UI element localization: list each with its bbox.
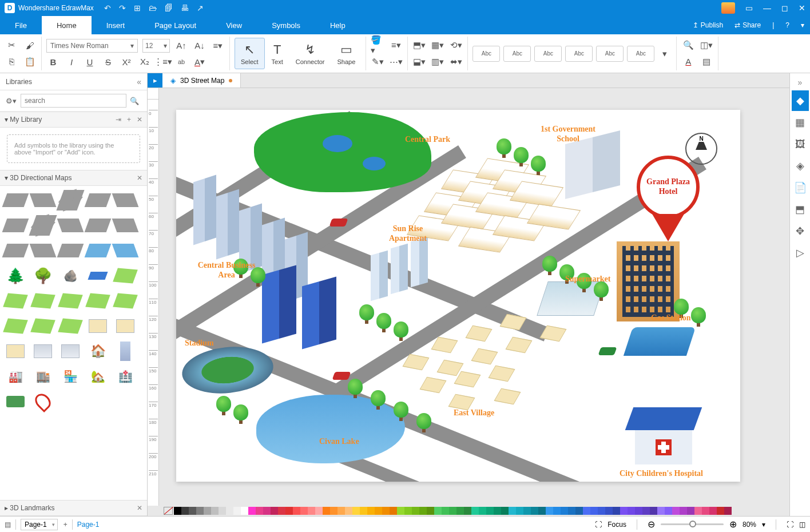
shape-road-6[interactable] [31, 215, 55, 236]
tree[interactable] [691, 307, 706, 327]
font-color-icon[interactable]: A▾ [193, 55, 207, 68]
tree[interactable] [514, 147, 529, 166]
color-swatch[interactable] [248, 507, 256, 515]
shape-road-5[interactable] [3, 215, 27, 236]
redo-icon[interactable]: ↷ [119, 3, 126, 13]
color-swatch[interactable] [434, 507, 442, 515]
page-selector[interactable]: Page-1 [21, 519, 58, 530]
office-building[interactable] [262, 265, 296, 343]
shape-road-10[interactable] [3, 240, 27, 261]
color-swatch[interactable] [568, 507, 575, 515]
village-box[interactable] [431, 337, 458, 354]
hospital-shape[interactable] [629, 407, 698, 459]
layers-icon[interactable]: ▤ [700, 55, 713, 68]
color-swatch[interactable] [219, 507, 226, 515]
color-swatch[interactable] [427, 507, 434, 515]
window-minimize-icon[interactable]: — [763, 3, 771, 13]
crop-icon[interactable]: ◫▾ [700, 39, 713, 51]
label-hospital[interactable]: City Children's Hospital [620, 469, 703, 479]
help-icon[interactable]: ? [780, 16, 795, 34]
color-swatch[interactable] [442, 507, 449, 515]
dock-layers-icon[interactable]: ◈ [792, 156, 809, 176]
add-page-icon[interactable]: + [63, 521, 68, 529]
menu-tab-help[interactable]: Help [315, 16, 360, 34]
cut-icon[interactable]: ✂ [5, 39, 18, 51]
color-swatch[interactable] [523, 507, 531, 515]
theme-swatch-2[interactable]: Abc [503, 46, 531, 62]
fill-icon[interactable]: 🪣▾ [371, 39, 384, 51]
label-central-park[interactable]: Central Park [405, 135, 450, 145]
color-swatch[interactable] [360, 507, 367, 515]
undo-icon[interactable]: ↶ [104, 3, 111, 13]
shape-ground-2[interactable] [3, 290, 27, 312]
font-increase-icon[interactable]: A↑ [174, 39, 188, 52]
theme-swatch-6[interactable]: Abc [627, 46, 654, 62]
shape-pin[interactable] [31, 391, 55, 412]
focus-mode-icon[interactable]: ⛶ [595, 521, 602, 529]
color-swatch[interactable] [397, 507, 404, 515]
color-swatch[interactable] [717, 507, 724, 515]
line-style-icon[interactable]: ⋯▾ [389, 55, 403, 68]
color-swatch[interactable] [642, 507, 650, 515]
color-swatch[interactable] [285, 507, 293, 515]
shape-road-cross[interactable] [58, 189, 82, 211]
color-swatch[interactable] [211, 507, 219, 515]
shape-road-4[interactable] [113, 189, 137, 211]
car[interactable] [598, 347, 617, 355]
close-library-icon[interactable]: ✕ [137, 116, 142, 124]
theme-swatch-1[interactable]: Abc [472, 46, 500, 62]
color-swatch[interactable] [613, 507, 620, 515]
shape-store[interactable]: 🏬 [31, 366, 55, 387]
publish-button[interactable]: ↥ Publish [687, 16, 729, 34]
connector-tool[interactable]: ↯Connector [290, 38, 331, 69]
label-sunrise-apt[interactable]: Sun Rise Apartment [376, 224, 439, 244]
label-supermarket[interactable]: Supermarket [565, 275, 610, 284]
underline-icon[interactable]: U [83, 55, 97, 68]
collapse-panel-icon[interactable]: « [137, 77, 141, 86]
shape-road-12[interactable] [58, 240, 82, 261]
menu-tab-view[interactable]: View [211, 16, 257, 34]
village-box[interactable] [420, 377, 447, 394]
menu-tab-page-layout[interactable]: Page Layout [140, 16, 211, 34]
tree[interactable] [394, 402, 408, 421]
close-section-icon[interactable]: ✕ [137, 174, 142, 182]
tree[interactable] [416, 413, 431, 432]
library-settings-icon[interactable]: ⚙▾ [5, 94, 17, 107]
fit-page-icon[interactable]: ⛶ [787, 521, 793, 529]
cba-tower[interactable] [193, 175, 216, 245]
color-swatch[interactable] [345, 507, 352, 515]
color-swatch[interactable] [479, 507, 486, 515]
shape-road-9[interactable] [113, 215, 137, 236]
color-swatch[interactable] [709, 507, 717, 515]
theme-more-icon[interactable]: ▾ [658, 47, 672, 60]
window-close-icon[interactable]: ✕ [799, 3, 805, 13]
shape-road-1[interactable] [3, 189, 27, 211]
notifications-icon[interactable]: ▭ [745, 3, 753, 13]
color-swatch[interactable] [650, 507, 657, 515]
tree[interactable] [348, 379, 363, 398]
my-library-header[interactable]: My Library [10, 116, 42, 124]
color-swatch[interactable] [724, 507, 732, 515]
color-swatch[interactable] [605, 507, 613, 515]
no-fill-swatch[interactable] [164, 507, 173, 515]
copy-icon[interactable]: ⎘ [5, 55, 18, 68]
window-maximize-icon[interactable]: ◻ [781, 3, 788, 13]
user-avatar[interactable] [721, 2, 735, 14]
color-swatch[interactable] [657, 507, 665, 515]
shape-ground-4[interactable] [58, 290, 82, 312]
label-stadium[interactable]: Stadium [185, 339, 214, 348]
color-swatch[interactable] [561, 507, 568, 515]
tower-building[interactable] [371, 251, 388, 301]
shape-pine-tree[interactable]: 🌲 [3, 265, 27, 287]
color-swatch[interactable] [204, 507, 211, 515]
color-swatch[interactable] [680, 507, 687, 515]
color-swatch[interactable] [419, 507, 427, 515]
focus-label[interactable]: Focus [608, 521, 626, 529]
shape-tool[interactable]: ▭Shape [332, 38, 362, 69]
group-icon[interactable]: ⬒▾ [412, 39, 426, 51]
color-swatch[interactable] [538, 507, 546, 515]
shape-card[interactable] [3, 391, 27, 412]
font-decrease-icon[interactable]: A↓ [193, 39, 207, 52]
color-swatch[interactable] [293, 507, 300, 515]
color-swatch[interactable] [464, 507, 471, 515]
